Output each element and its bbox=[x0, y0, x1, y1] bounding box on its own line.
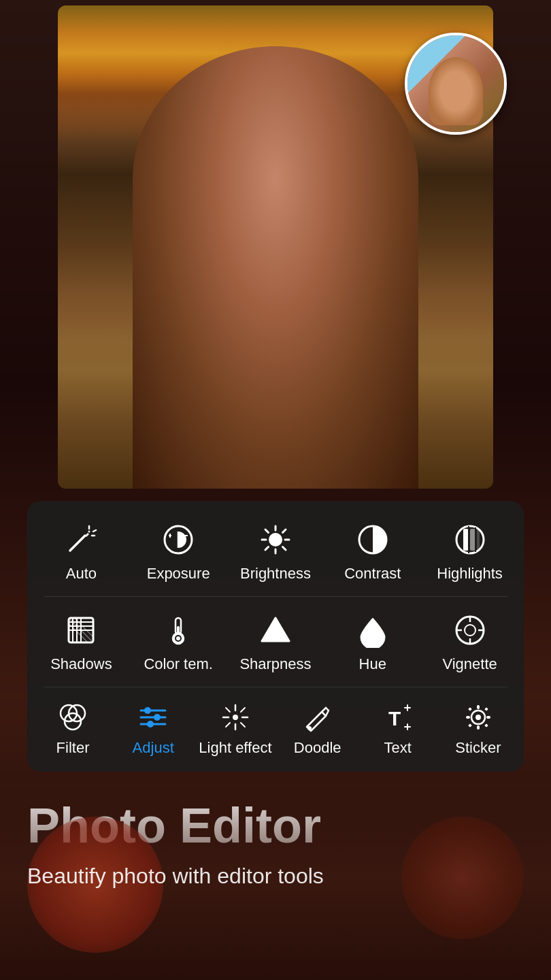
shadows-icon bbox=[61, 610, 101, 650]
svg-point-74 bbox=[475, 715, 481, 720]
svg-rect-81 bbox=[484, 707, 488, 711]
tool-contrast[interactable]: Contrast bbox=[332, 514, 414, 588]
highlights-icon bbox=[450, 520, 490, 559]
tool-auto[interactable]: Auto bbox=[40, 514, 122, 588]
svg-rect-77 bbox=[466, 716, 470, 719]
tool-brightness[interactable]: Brightness bbox=[235, 514, 316, 588]
svg-rect-79 bbox=[468, 707, 472, 711]
svg-point-44 bbox=[465, 625, 475, 636]
sticker-icon bbox=[461, 700, 496, 735]
vignette-icon bbox=[450, 610, 490, 650]
svg-point-58 bbox=[233, 715, 238, 720]
tool-brightness-label: Brightness bbox=[240, 565, 311, 583]
brightness-icon bbox=[256, 520, 295, 559]
tool-highlights-label: Highlights bbox=[437, 565, 503, 583]
tool-vignette-label: Vignette bbox=[442, 655, 497, 673]
toolbar-filter-label: Filter bbox=[56, 739, 90, 757]
app-subtitle: Beautify photo with editor tools bbox=[27, 864, 524, 889]
svg-point-23 bbox=[363, 538, 366, 541]
tool-color-temp-label: Color tem. bbox=[144, 655, 212, 673]
toolbar-adjust[interactable]: Adjust bbox=[116, 696, 190, 761]
svg-point-21 bbox=[367, 534, 371, 538]
bottom-toolbar: Filter Adjust bbox=[33, 690, 518, 764]
contrast-icon bbox=[353, 520, 393, 559]
tool-contrast-label: Contrast bbox=[344, 565, 401, 583]
toolbar-doodle[interactable]: Doodle bbox=[280, 696, 355, 761]
tools-row-2: Shadows Color tem. bbox=[33, 600, 518, 684]
svg-line-19 bbox=[265, 547, 269, 551]
sharpness-icon bbox=[256, 610, 295, 650]
svg-point-67 bbox=[307, 726, 312, 730]
light-effect-icon bbox=[218, 700, 253, 735]
svg-point-22 bbox=[367, 542, 370, 545]
text-icon: T bbox=[380, 700, 416, 735]
thumbnail-avatar[interactable] bbox=[405, 33, 507, 135]
tools-row-1: Auto Exposure bbox=[33, 509, 518, 593]
tool-vignette[interactable]: Vignette bbox=[429, 605, 511, 679]
tool-hue[interactable]: Hue bbox=[332, 605, 414, 679]
svg-rect-82 bbox=[468, 723, 472, 728]
tool-shadows-label: Shadows bbox=[50, 655, 112, 673]
auto-fix-icon bbox=[61, 520, 101, 559]
editor-panel: Auto Exposure bbox=[27, 501, 524, 772]
svg-rect-76 bbox=[477, 725, 480, 730]
toolbar-sticker-label: Sticker bbox=[455, 739, 501, 757]
svg-line-63 bbox=[226, 708, 230, 712]
doodle-icon bbox=[300, 700, 335, 735]
tool-color-temp[interactable]: Color tem. bbox=[137, 605, 219, 679]
svg-marker-42 bbox=[262, 618, 289, 641]
svg-line-18 bbox=[282, 529, 286, 533]
toolbar-doodle-label: Doodle bbox=[294, 739, 341, 757]
adjust-icon bbox=[135, 700, 171, 735]
tool-exposure[interactable]: Exposure bbox=[137, 514, 219, 588]
toolbar-adjust-label: Adjust bbox=[133, 739, 174, 757]
toolbar-sticker[interactable]: Sticker bbox=[441, 696, 516, 761]
tool-shadows[interactable]: Shadows bbox=[40, 605, 122, 679]
svg-line-3 bbox=[93, 530, 96, 532]
svg-rect-78 bbox=[486, 716, 490, 719]
svg-line-0 bbox=[70, 536, 85, 551]
svg-rect-25 bbox=[463, 529, 469, 551]
hue-icon bbox=[353, 610, 393, 650]
svg-point-5 bbox=[88, 531, 90, 533]
toolbar-text-label: Text bbox=[384, 739, 412, 757]
svg-rect-27 bbox=[477, 529, 480, 551]
svg-rect-75 bbox=[477, 705, 480, 709]
svg-line-66 bbox=[226, 723, 230, 727]
temperature-icon bbox=[158, 610, 198, 650]
svg-line-17 bbox=[282, 547, 286, 551]
tool-hue-label: Hue bbox=[359, 655, 386, 673]
svg-line-16 bbox=[265, 529, 269, 533]
app-store-section: Photo Editor Beautify photo with editor … bbox=[0, 772, 551, 980]
svg-point-41 bbox=[176, 636, 180, 640]
svg-point-57 bbox=[147, 721, 154, 728]
toolbar-light-effect-label: Light effect bbox=[199, 739, 271, 757]
tool-exposure-label: Exposure bbox=[147, 565, 210, 583]
svg-point-11 bbox=[269, 533, 282, 546]
svg-rect-80 bbox=[484, 723, 488, 728]
toolbar-text[interactable]: T Text bbox=[361, 696, 435, 761]
svg-line-65 bbox=[241, 708, 245, 712]
filter-icon bbox=[55, 700, 90, 735]
main-photo-container bbox=[58, 5, 493, 489]
toolbar-filter[interactable]: Filter bbox=[35, 696, 110, 761]
tool-highlights[interactable]: Highlights bbox=[429, 514, 511, 588]
svg-rect-26 bbox=[470, 529, 475, 551]
tool-sharpness[interactable]: Sharpness bbox=[235, 605, 316, 679]
svg-text:T: T bbox=[388, 707, 401, 730]
tool-sharpness-label: Sharpness bbox=[239, 655, 311, 673]
svg-line-64 bbox=[241, 723, 245, 727]
tool-auto-label: Auto bbox=[66, 565, 97, 583]
svg-point-55 bbox=[144, 707, 151, 714]
toolbar-light-effect[interactable]: Light effect bbox=[196, 696, 274, 761]
exposure-icon bbox=[158, 520, 198, 559]
svg-point-56 bbox=[154, 714, 161, 721]
